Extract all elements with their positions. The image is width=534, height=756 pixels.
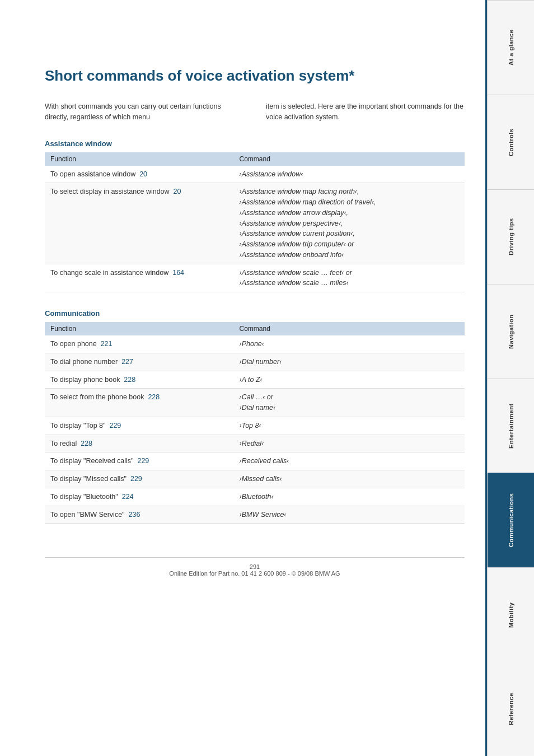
page-ref: 20 xyxy=(174,188,181,195)
sidebar-tab-communications[interactable]: Communications xyxy=(488,473,534,567)
function-cell: To select from the phone book 228 xyxy=(45,389,234,417)
table-row: To open assistance window 20 ›Assistance… xyxy=(45,166,465,183)
table-row: To redial 228 ›Redial‹ xyxy=(45,435,465,452)
page-ref: 229 xyxy=(130,475,142,483)
section-assistance-window: Assistance window Function Command To op… xyxy=(45,139,465,293)
page-ref: 228 xyxy=(148,393,160,401)
function-cell: To dial phone number 227 xyxy=(45,353,234,371)
page-ref: 236 xyxy=(128,511,140,519)
sidebar-tab-entertainment[interactable]: Entertainment xyxy=(488,379,534,473)
function-cell: To display "Received calls" 229 xyxy=(45,452,234,470)
command-cell: ›Received calls‹ xyxy=(234,452,465,470)
sidebar-tab-navigation[interactable]: Navigation xyxy=(488,284,534,379)
command-cell: ›BMW Service‹ xyxy=(234,506,465,524)
col-header-command-1: Command xyxy=(234,152,465,166)
page-ref: 227 xyxy=(121,358,133,366)
sidebar-tab-mobility[interactable]: Mobility xyxy=(488,567,534,662)
page-ref: 229 xyxy=(109,422,121,430)
col-header-function-1: Function xyxy=(45,152,234,166)
assistance-window-table: Function Command To open assistance wind… xyxy=(45,152,465,293)
command-cell: ›Phone‹ xyxy=(234,335,465,353)
col-header-command-2: Command xyxy=(234,322,465,335)
command-cell: ›A to Z‹ xyxy=(234,371,465,389)
page-container: Short commands of voice activation syste… xyxy=(0,0,534,756)
table-row: To display "Received calls" 229 ›Receive… xyxy=(45,452,465,470)
command-cell: ›Call …‹ or ›Dial name‹ xyxy=(234,389,465,417)
function-cell: To select display in assistance window 2… xyxy=(45,183,234,264)
sidebar-tab-driving-tips[interactable]: Driving tips xyxy=(488,189,534,284)
page-title: Short commands of voice activation syste… xyxy=(45,67,465,85)
command-cell: ›Bluetooth‹ xyxy=(234,488,465,506)
page-ref: 228 xyxy=(124,376,135,384)
intro-text: With short commands you can carry out ce… xyxy=(45,101,465,123)
sidebar-tab-controls[interactable]: Controls xyxy=(488,95,534,189)
table-row: To select from the phone book 228 ›Call … xyxy=(45,389,465,417)
function-cell: To redial 228 xyxy=(45,435,234,452)
command-cell: ›Assistance window scale … feet‹ or ›Ass… xyxy=(234,264,465,292)
page-ref: 228 xyxy=(81,440,92,447)
blue-accent-line xyxy=(485,0,487,756)
intro-right: item is selected. Here are the important… xyxy=(266,101,465,123)
function-cell: To open "BMW Service" 236 xyxy=(45,506,234,524)
col-header-function-2: Function xyxy=(45,322,234,335)
sidebar-tab-reference[interactable]: Reference xyxy=(488,662,534,756)
communication-table: Function Command To open phone 221 ›Phon… xyxy=(45,322,465,524)
function-cell: To display "Missed calls" 229 xyxy=(45,470,234,488)
section-title-assistance: Assistance window xyxy=(45,139,465,148)
table-row: To display "Missed calls" 229 ›Missed ca… xyxy=(45,470,465,488)
section-title-communication: Communication xyxy=(45,309,465,318)
footer-text: Online Edition for Part no. 01 41 2 600 … xyxy=(45,570,465,577)
command-cell: ›Missed calls‹ xyxy=(234,470,465,488)
command-cell: ›Redial‹ xyxy=(234,435,465,452)
table-row: To open "BMW Service" 236 ›BMW Service‹ xyxy=(45,506,465,524)
command-cell: ›Assistance window map facing north‹, ›A… xyxy=(234,183,465,264)
footer: 291 Online Edition for Part no. 01 41 2 … xyxy=(45,557,465,577)
page-ref: 229 xyxy=(137,457,149,465)
table-row: To change scale in assistance window 164… xyxy=(45,264,465,292)
function-cell: To display "Top 8" 229 xyxy=(45,417,234,435)
command-cell: ›Assistance window‹ xyxy=(234,166,465,183)
table-row: To display phone book 228 ›A to Z‹ xyxy=(45,371,465,389)
sidebar-tab-at-a-glance[interactable]: At a glance xyxy=(488,0,534,95)
function-cell: To open assistance window 20 xyxy=(45,166,234,183)
intro-left: With short commands you can carry out ce… xyxy=(45,101,243,123)
page-ref: 20 xyxy=(139,170,147,178)
command-cell: ›Dial number‹ xyxy=(234,353,465,371)
function-cell: To open phone 221 xyxy=(45,335,234,353)
sidebar: At a glance Controls Driving tips Naviga… xyxy=(487,0,534,756)
function-cell: To display phone book 228 xyxy=(45,371,234,389)
table-row: To select display in assistance window 2… xyxy=(45,183,465,264)
section-communication: Communication Function Command To open p… xyxy=(45,309,465,524)
table-row: To display "Top 8" 229 ›Top 8‹ xyxy=(45,417,465,435)
table-row: To open phone 221 ›Phone‹ xyxy=(45,335,465,353)
page-ref: 224 xyxy=(122,493,134,501)
main-content: Short commands of voice activation syste… xyxy=(0,0,487,756)
footer-page-number: 291 xyxy=(45,563,465,570)
function-cell: To display "Bluetooth" 224 xyxy=(45,488,234,506)
table-row: To dial phone number 227 ›Dial number‹ xyxy=(45,353,465,371)
function-cell: To change scale in assistance window 164 xyxy=(45,264,234,292)
command-cell: ›Top 8‹ xyxy=(234,417,465,435)
page-ref: 164 xyxy=(172,269,184,277)
page-ref: 221 xyxy=(101,340,113,348)
table-row: To display "Bluetooth" 224 ›Bluetooth‹ xyxy=(45,488,465,506)
